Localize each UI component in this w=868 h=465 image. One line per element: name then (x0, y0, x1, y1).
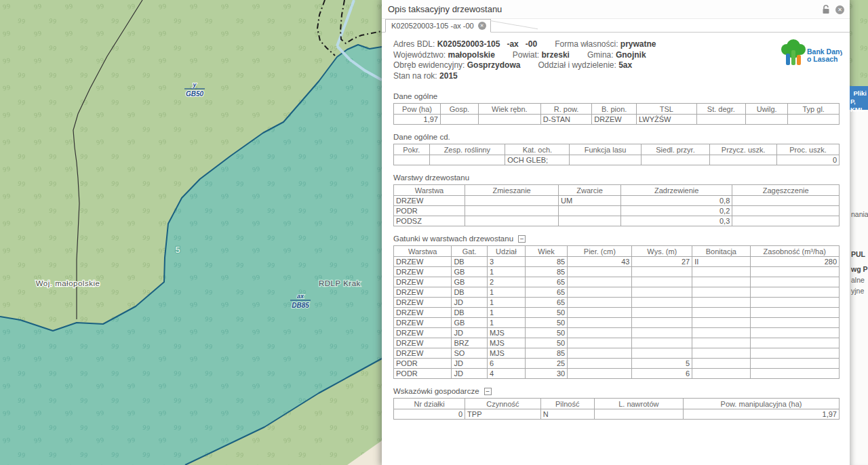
table-cell (732, 206, 840, 216)
table-row: DRZEWSOMJS85 (394, 348, 840, 359)
table-cell: PODR (394, 359, 452, 369)
column-header: Bonitacja (692, 246, 750, 257)
table-cell: 65 (525, 287, 567, 298)
panel-content: Adres BDL: K020520003-105 -ax -00Forma w… (382, 33, 850, 420)
table-cell: D-STAN (540, 115, 592, 125)
section-collapse-toggle[interactable]: − (484, 388, 492, 395)
table-cell: 280 (750, 257, 839, 267)
table-cell (732, 196, 840, 206)
table-cell: TPP (465, 409, 541, 420)
table-cell (692, 369, 750, 379)
info-label: Forma własności: (555, 39, 620, 49)
table-cell: JD (452, 298, 488, 308)
table-cell: DRZEW (394, 277, 452, 287)
data-table-3: WarstwaGat.UdziałWiekPier. (cm)Wys. (m)B… (393, 245, 840, 379)
table-cell: 3 (487, 257, 525, 267)
column-header: Pier. (cm) (568, 246, 632, 257)
table-cell: 27 (632, 257, 692, 267)
table-cell (692, 338, 750, 348)
table-cell: JD (452, 359, 488, 369)
column-header: Udział (487, 246, 525, 257)
column-header: L. nawrotów (594, 399, 683, 409)
unlock-icon[interactable] (821, 5, 831, 14)
column-header: Pow (ha) (394, 104, 441, 115)
column-header: Zmieszanie (465, 185, 559, 196)
table-cell (692, 318, 750, 328)
data-table-1: Pokr.Zesp. roślinnyKat. och.Funkcja lasu… (393, 144, 840, 165)
column-header: Gat. (452, 246, 488, 257)
menu-item-cut-3[interactable]: wg P (851, 265, 868, 273)
table-cell: DRZEW (592, 115, 637, 125)
table-row: DRZEWDB150 (394, 308, 840, 318)
table-cell: DB (452, 257, 488, 267)
table-cell (632, 277, 692, 287)
table-cell (568, 369, 632, 379)
menu-item-cut-4[interactable]: alne (851, 276, 865, 284)
table-row: 1,97D-STANDRZEWLWYŻŚW (394, 115, 840, 125)
svg-text:DB85: DB85 (292, 302, 309, 309)
table-cell (568, 287, 632, 298)
menu-item-cut-5[interactable]: yjne (851, 287, 864, 295)
stand-info-block: Adres BDL: K020520003-105 -ax -00Forma w… (393, 39, 840, 84)
table-cell (440, 115, 478, 125)
taxation-description-panel: Opis taksacyjny drzewostanu ✕ K020520003… (382, 0, 850, 465)
tab-close-icon[interactable]: ✕ (478, 22, 486, 30)
table-cell: 50 (525, 338, 567, 348)
panel-title: Opis taksacyjny drzewostanu (388, 4, 502, 14)
info-label: Województwo: (393, 50, 448, 60)
table-cell: BRZ (452, 338, 488, 348)
map-label-compartment-5: 5 (175, 245, 180, 255)
table-cell: 65 (525, 277, 567, 287)
table-cell (394, 155, 430, 165)
info-value: 5ax (618, 60, 632, 70)
table-cell (732, 216, 840, 226)
table-cell: 50 (525, 328, 567, 338)
table-cell (750, 338, 839, 348)
menu-item-cut-1[interactable]: nania (851, 210, 868, 218)
tabbar-diagonal-decoration (490, 19, 538, 32)
table-cell (568, 359, 632, 369)
table-cell: 1 (487, 267, 525, 277)
table-cell: 1 (487, 318, 525, 328)
column-header: Gosp. (440, 104, 478, 115)
table-cell: DRZEW (394, 318, 452, 328)
section-collapse-toggle[interactable]: − (518, 235, 526, 243)
table-cell: II (692, 257, 750, 267)
menu-item-cut-2[interactable]: PUL (851, 250, 865, 258)
table-row: PODR0,2 (394, 206, 840, 216)
panel-close-icon[interactable]: ✕ (835, 5, 844, 14)
table-cell (692, 277, 750, 287)
table-cell: GB (452, 318, 488, 328)
table-cell (632, 298, 692, 308)
table-cell (750, 318, 839, 328)
table-cell: 2 (487, 277, 525, 287)
table-cell: 30 (525, 369, 567, 379)
info-value: brzeski (542, 50, 570, 60)
column-header: Przycz. uszk. (710, 144, 777, 155)
info-value: Gosprzydowa (467, 60, 521, 70)
table-cell: DRZEW (394, 348, 452, 359)
files-download-button[interactable]: Pliki P, KML (850, 86, 868, 110)
tab-stand-address[interactable]: K020520003-105 -ax -00 ✕ (385, 19, 491, 33)
map-label-rdlp: RDLP Krak (319, 279, 361, 287)
table-row: 0TPPN1,97 (394, 409, 840, 420)
table-cell (692, 287, 750, 298)
section-title: Gatunki w warstwach drzewostanu− (393, 235, 840, 243)
table-cell: 0 (776, 155, 839, 165)
column-header: Uwilg. (745, 104, 787, 115)
info-label: Powiat: (513, 50, 542, 60)
table-row: DRZEWBRZMJS50 (394, 338, 840, 348)
table-row: OCH GLEB;0 (394, 155, 840, 165)
table-cell: LWYŻŚW (637, 115, 697, 125)
column-header: Zwarcie (559, 185, 621, 196)
table-cell (570, 155, 641, 165)
info-label: Gmina: (587, 50, 616, 60)
table-row: DRZEWDB165 (394, 287, 840, 298)
info-value: K020520003-105 -ax -00 (437, 39, 537, 49)
column-header: Warstwa (394, 246, 452, 257)
info-line: Obręb ewidencyjny: GosprzydowaOddział i … (393, 60, 840, 71)
table-cell (750, 359, 839, 369)
table-cell (692, 308, 750, 318)
svg-text:GB50: GB50 (186, 90, 204, 98)
table-cell: GB (452, 267, 488, 277)
